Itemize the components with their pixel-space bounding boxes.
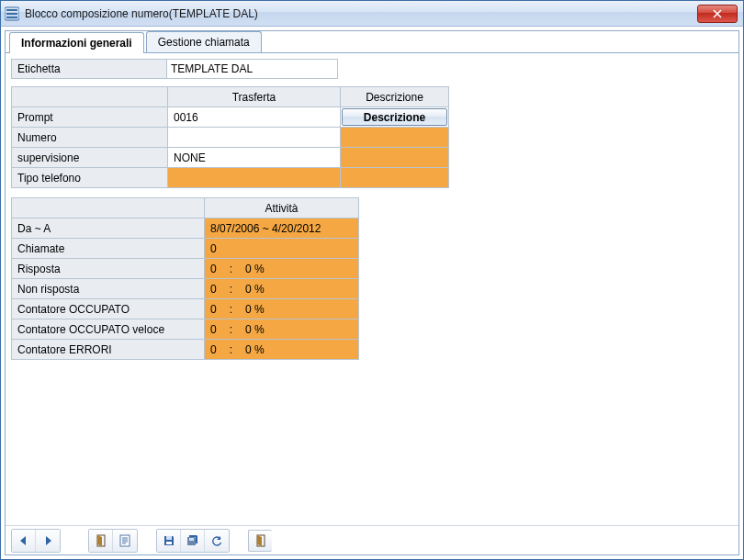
etichetta-row: Etichetta (11, 59, 733, 79)
row-chiamate-label: Chiamate (12, 239, 205, 259)
row-nonrisposta-value: 0:0 % (205, 279, 359, 299)
tab-panel-general: Etichetta Trasferta Descrizione Prompt 0… (6, 53, 738, 525)
save-button[interactable] (157, 530, 181, 552)
row-errori-label: Contatore ERRORI (12, 340, 205, 360)
row-da-a-value: 8/07/2006 ~ 4/20/2012 (205, 218, 359, 239)
svg-rect-5 (189, 538, 194, 541)
arrow-right-icon (41, 534, 54, 547)
refresh-icon (210, 534, 223, 547)
row-prompt-value[interactable]: 0016 (168, 107, 341, 128)
nav-next-button[interactable] (36, 530, 60, 552)
close-button[interactable] (697, 5, 738, 23)
close-icon (713, 9, 722, 18)
app-icon (5, 6, 19, 21)
attivita-hdr: Attività (205, 198, 359, 218)
trasferta-table: Trasferta Descrizione Prompt 0016 Descri… (11, 86, 449, 188)
row-supervisione-label: supervisione (12, 148, 168, 168)
refresh-button[interactable] (205, 530, 229, 552)
row-occupato-label: Contatore OCCUPATO (12, 299, 205, 319)
nav-prev-button[interactable] (12, 530, 36, 552)
door-open-icon (95, 534, 107, 547)
row-occveloce-value: 0:0 % (205, 319, 359, 340)
row-numero-label: Numero (12, 128, 168, 148)
app-window: Blocco composizione numero(TEMPLATE DAL)… (0, 0, 744, 560)
svg-rect-2 (120, 535, 130, 546)
trasferta-hdr-trasferta: Trasferta (168, 87, 341, 107)
row-da-a-label: Da ~ A (12, 218, 205, 239)
etichetta-label: Etichetta (11, 59, 167, 79)
row-numero-desc (341, 128, 449, 148)
floppy-multi-icon (186, 534, 199, 547)
nav-group (11, 529, 61, 553)
row-errori-value: 0:0 % (205, 340, 359, 360)
floppy-icon (163, 534, 175, 547)
row-tipo-desc (341, 168, 449, 188)
row-prompt-label: Prompt (12, 107, 168, 128)
doc-group (88, 529, 138, 553)
descrizione-button[interactable]: Descrizione (342, 108, 447, 126)
attivita-table: Attività Da ~ A 8/07/2006 ~ 4/20/2012 Ch… (11, 197, 359, 360)
row-risposta-value: 0:0 % (205, 259, 359, 279)
row-occupato-value: 0:0 % (205, 299, 359, 319)
row-occveloce-label: Contatore OCCUPATO veloce (12, 319, 205, 340)
row-tipo-value[interactable] (168, 168, 341, 188)
row-tipo-label: Tipo telefono (12, 168, 168, 188)
tab-call[interactable]: Gestione chiamata (146, 31, 262, 52)
save-group (156, 529, 230, 553)
etichetta-input[interactable] (167, 59, 338, 79)
row-risposta-label: Risposta (12, 259, 205, 279)
save-all-button[interactable] (181, 530, 205, 552)
trasferta-hdr-empty (12, 87, 168, 107)
row-chiamate-value: 0 (205, 239, 359, 259)
page-icon (118, 534, 131, 547)
row-prompt-desc-cell: Descrizione (341, 107, 449, 128)
bottom-toolbar (6, 525, 738, 554)
doc-button-2[interactable] (113, 530, 137, 552)
row-nonrisposta-label: Non risposta (12, 279, 205, 299)
doc-button-1[interactable] (89, 530, 113, 552)
exit-button[interactable] (248, 530, 272, 552)
row-supervisione-value[interactable]: NONE (168, 148, 341, 168)
tab-general[interactable]: Informazioni generali (9, 32, 144, 53)
row-supervisione-desc (341, 148, 449, 168)
arrow-left-icon (17, 534, 30, 547)
titlebar: Blocco composizione numero(TEMPLATE DAL) (1, 1, 743, 27)
tabstrip: Informazioni generali Gestione chiamata (6, 31, 738, 53)
door-exit-icon (254, 534, 267, 547)
row-numero-value[interactable] (168, 128, 341, 148)
trasferta-hdr-descrizione: Descrizione (341, 87, 449, 107)
svg-rect-4 (166, 542, 172, 544)
svg-rect-3 (166, 536, 172, 540)
attivita-hdr-empty (12, 198, 205, 218)
client-area: Informazioni generali Gestione chiamata … (5, 30, 739, 555)
window-title: Blocco composizione numero(TEMPLATE DAL) (25, 7, 697, 20)
